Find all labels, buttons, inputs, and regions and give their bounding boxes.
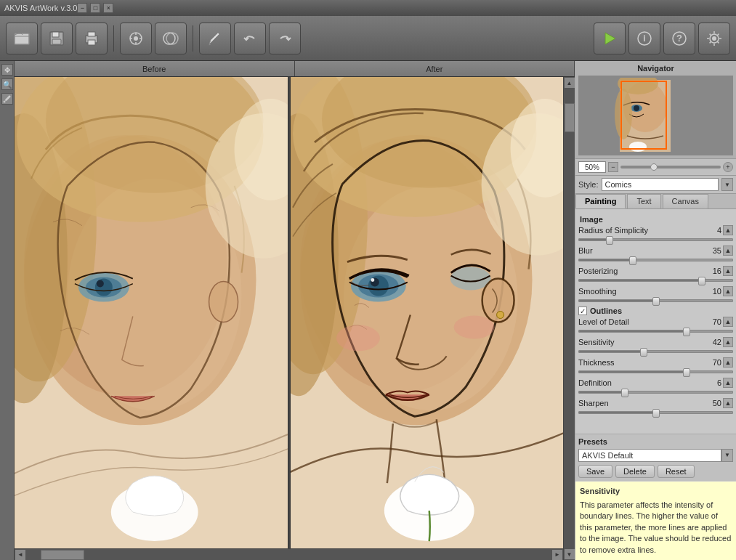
smoothing-label: Smoothing: [578, 287, 704, 296]
vscroll-thumb[interactable]: [565, 103, 575, 132]
definition-value: 6: [704, 378, 721, 387]
delete-preset-button[interactable]: Delete: [615, 465, 655, 478]
sharpen-value: 50: [704, 399, 721, 407]
radius-simplicity-label: Radius of Simplicity: [578, 226, 704, 235]
radius-simplicity-thumb[interactable]: [606, 236, 613, 245]
svg-text:?: ?: [676, 33, 682, 44]
blur-value: 35: [704, 246, 721, 255]
info-button[interactable]: i: [628, 23, 660, 54]
settings2-button[interactable]: [155, 23, 187, 54]
sensitivity-thumb[interactable]: [640, 348, 647, 357]
hscroll-thumb[interactable]: [41, 550, 84, 560]
save-file-button[interactable]: [41, 23, 73, 54]
move-tool[interactable]: ✥: [1, 64, 13, 76]
save-preset-button[interactable]: Save: [578, 465, 612, 478]
smoothing-slider[interactable]: [578, 299, 733, 302]
definition-stepper[interactable]: ▲: [723, 378, 733, 388]
thickness-row: Thickness 70 ▲: [578, 357, 733, 368]
outlines-checkbox[interactable]: ✓: [578, 307, 587, 315]
definition-thumb[interactable]: [621, 389, 628, 397]
main-toolbar: i ?: [0, 16, 736, 61]
zoom-bar: 50% − +: [575, 159, 736, 176]
thickness-thumb[interactable]: [683, 368, 690, 377]
zoom-tool[interactable]: 🔍: [1, 78, 13, 90]
tab-canvas[interactable]: Canvas: [663, 194, 708, 208]
eyedropper-tool[interactable]: [1, 93, 13, 105]
style-select[interactable]: Comics: [602, 178, 719, 191]
settings1-button[interactable]: [120, 23, 152, 54]
zoom-slider-thumb[interactable]: [650, 163, 658, 171]
smoothing-stepper[interactable]: ▲: [723, 286, 733, 296]
help-button[interactable]: ?: [663, 23, 695, 54]
zoom-plus-button[interactable]: +: [723, 162, 733, 172]
posterizing-label: Posterizing: [578, 267, 704, 275]
minimize-button[interactable]: −: [77, 3, 87, 13]
svg-point-62: [615, 89, 632, 139]
level-detail-stepper[interactable]: ▲: [723, 317, 733, 327]
canvas-area: Before After: [15, 61, 575, 560]
sensitivity-slider[interactable]: [578, 350, 733, 353]
undo-button[interactable]: [234, 23, 266, 54]
sidebar: Navigator: [575, 61, 736, 560]
level-detail-slider[interactable]: [578, 330, 733, 333]
maximize-button[interactable]: □: [90, 3, 100, 13]
svg-point-18: [3, 101, 5, 103]
sharpen-stepper[interactable]: ▲: [723, 398, 733, 408]
print-button[interactable]: [76, 23, 108, 54]
image-section-title: Image: [578, 215, 733, 224]
canvas-content[interactable]: ◄ ►: [15, 77, 563, 560]
presets-title: Presets: [578, 437, 733, 446]
zoom-minus-button[interactable]: −: [608, 162, 618, 172]
vertical-scrollbar[interactable]: ▲ ▼: [563, 77, 575, 560]
smoothing-row: Smoothing 10 ▲: [578, 286, 733, 296]
horizontal-scrollbar[interactable]: ◄ ►: [15, 548, 563, 560]
close-button[interactable]: ×: [103, 3, 113, 13]
tabs-bar: Painting Text Canvas: [575, 194, 736, 209]
blur-stepper[interactable]: ▲: [723, 245, 733, 256]
sensitivity-stepper[interactable]: ▲: [723, 337, 733, 347]
preferences-button[interactable]: [698, 23, 730, 54]
svg-rect-0: [15, 33, 29, 44]
level-detail-value: 70: [704, 317, 721, 326]
redo-button[interactable]: [269, 23, 301, 54]
zoom-slider[interactable]: [620, 166, 721, 169]
window-controls: − □ ×: [77, 3, 113, 13]
vscroll-down-arrow[interactable]: ▼: [564, 548, 575, 560]
vscroll-track[interactable]: [564, 89, 575, 548]
sharpen-thumb[interactable]: [652, 409, 660, 418]
definition-slider-row: [578, 391, 733, 394]
svg-point-63: [629, 142, 647, 152]
posterizing-thumb[interactable]: [698, 277, 705, 285]
open-file-button[interactable]: [6, 23, 38, 54]
thickness-stepper[interactable]: ▲: [723, 357, 733, 368]
main-content: ✥ 🔍 Before After: [0, 61, 736, 560]
hscroll-right-arrow[interactable]: ►: [551, 549, 563, 561]
vscroll-up-arrow[interactable]: ▲: [564, 77, 575, 89]
tab-text[interactable]: Text: [627, 194, 660, 208]
hscroll-track[interactable]: [26, 549, 551, 560]
preset-select[interactable]: AKVIS Default: [578, 449, 721, 462]
blur-thumb[interactable]: [629, 256, 636, 265]
smoothing-thumb[interactable]: [652, 297, 660, 306]
definition-slider[interactable]: [578, 391, 733, 394]
blur-slider[interactable]: [578, 259, 733, 261]
posterizing-stepper[interactable]: ▲: [723, 266, 733, 276]
thickness-slider[interactable]: [578, 370, 733, 373]
posterizing-slider[interactable]: [578, 279, 733, 282]
hscroll-left-arrow[interactable]: ◄: [15, 549, 26, 561]
reset-preset-button[interactable]: Reset: [658, 465, 695, 478]
radius-simplicity-stepper[interactable]: ▲: [723, 225, 733, 235]
style-dropdown-arrow[interactable]: ▼: [721, 178, 733, 191]
tab-painting[interactable]: Painting: [575, 194, 626, 208]
svg-point-9: [163, 33, 175, 44]
run-button[interactable]: [594, 23, 626, 54]
posterizing-slider-row: [578, 279, 733, 282]
preset-dropdown-arrow[interactable]: ▼: [721, 449, 733, 462]
brush-button[interactable]: [199, 23, 231, 54]
level-detail-thumb[interactable]: [683, 328, 690, 336]
radius-simplicity-slider[interactable]: [578, 238, 733, 241]
level-detail-label: Level of Detail: [578, 317, 704, 326]
svg-point-60: [634, 105, 639, 111]
sensitivity-value: 42: [704, 338, 721, 346]
sharpen-slider[interactable]: [578, 411, 733, 414]
